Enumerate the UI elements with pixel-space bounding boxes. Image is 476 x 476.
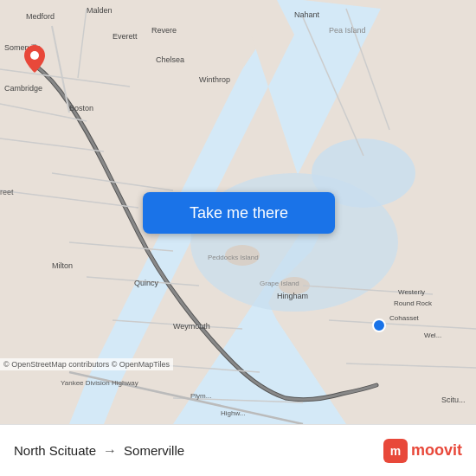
footer: North Scituate → Somerville m moovit bbox=[0, 424, 476, 476]
svg-text:Pea Island: Pea Island bbox=[329, 26, 366, 35]
map-attribution: © OpenStreetMap contributors © OpenMapTi… bbox=[0, 358, 173, 370]
svg-point-54 bbox=[30, 51, 39, 60]
take-me-there-label: Take me there bbox=[190, 204, 288, 222]
svg-text:Plym...: Plym... bbox=[190, 392, 211, 400]
svg-text:Boston: Boston bbox=[69, 104, 93, 113]
destination-marker bbox=[372, 318, 386, 336]
take-me-there-button[interactable]: Take me there bbox=[143, 192, 335, 234]
svg-text:Chelsea: Chelsea bbox=[156, 55, 184, 64]
svg-text:Scitu...: Scitu... bbox=[441, 396, 466, 404]
route-arrow: → bbox=[103, 443, 117, 459]
svg-text:Weymouth: Weymouth bbox=[173, 322, 210, 331]
origin-label: North Scituate bbox=[14, 443, 96, 458]
svg-text:Hingham: Hingham bbox=[277, 292, 308, 300]
svg-text:Peddocks Island: Peddocks Island bbox=[208, 254, 259, 261]
svg-text:Revere: Revere bbox=[151, 26, 177, 35]
moovit-text: moovit bbox=[411, 441, 462, 460]
route-info: North Scituate → Somerville bbox=[14, 443, 184, 459]
svg-text:Grape Island: Grape Island bbox=[260, 280, 299, 287]
svg-text:Quincy: Quincy bbox=[134, 279, 159, 287]
moovit-icon: m bbox=[383, 439, 408, 463]
map-container: Medford Malden Everett Revere Somerville… bbox=[0, 0, 476, 424]
svg-text:Malden: Malden bbox=[87, 6, 113, 15]
origin-marker bbox=[24, 45, 45, 76]
svg-point-55 bbox=[373, 319, 385, 331]
destination-label: Somerville bbox=[124, 443, 184, 458]
svg-text:Westerly: Westerly bbox=[398, 288, 425, 296]
moovit-logo: m moovit bbox=[383, 439, 462, 463]
svg-text:Highw...: Highw... bbox=[221, 409, 245, 417]
svg-text:Round Rock: Round Rock bbox=[394, 299, 433, 307]
svg-text:Milton: Milton bbox=[52, 261, 73, 270]
svg-text:Nahant: Nahant bbox=[294, 10, 320, 19]
svg-text:Cohasset: Cohasset bbox=[389, 314, 420, 322]
svg-text:reet: reet bbox=[0, 188, 14, 196]
svg-text:Cambridge: Cambridge bbox=[4, 84, 42, 93]
svg-text:Winthrop: Winthrop bbox=[199, 75, 230, 84]
svg-text:Everett: Everett bbox=[113, 32, 138, 41]
svg-text:Medford: Medford bbox=[26, 12, 55, 21]
svg-text:Wel...: Wel... bbox=[424, 331, 441, 339]
svg-text:Yankee Division Highway: Yankee Division Highway bbox=[61, 379, 138, 387]
